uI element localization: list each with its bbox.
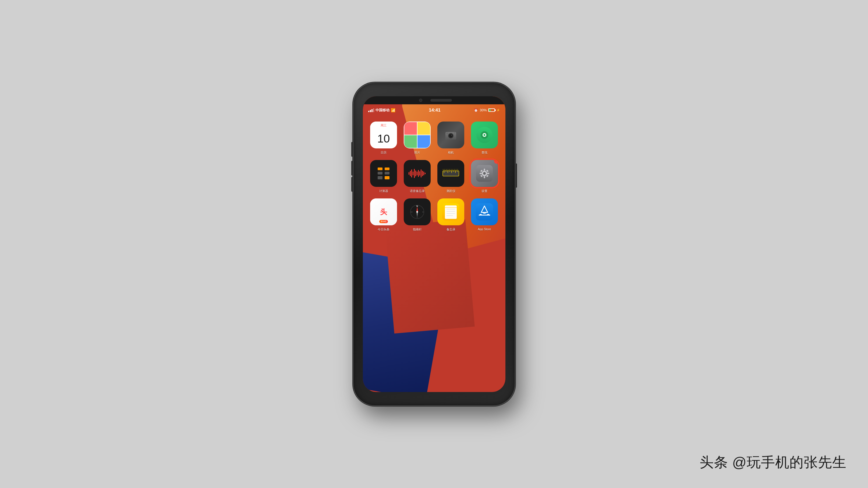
app-label-measure: 测距仪 [446, 189, 455, 193]
camera-svg-icon [444, 128, 458, 142]
app-label-toutiao: 今日头条 [378, 227, 390, 231]
calculator-svg-icon [375, 165, 392, 182]
svg-rect-18 [385, 176, 390, 179]
app-item-toutiao[interactable]: 头 分10亿 今日头条 [368, 198, 399, 231]
measure-svg-icon [441, 165, 460, 182]
svg-point-11 [484, 134, 486, 136]
app-icon-find[interactable] [471, 122, 498, 149]
app-item-voice-memos[interactable]: 语音备忘录 [402, 160, 433, 193]
app-item-measure[interactable]: 测距仪 [435, 160, 466, 193]
appstore-svg-icon [476, 203, 493, 221]
svg-rect-13 [378, 167, 382, 170]
svg-rect-30 [422, 171, 423, 176]
settings-badge: 1 [494, 160, 498, 164]
app-item-photos[interactable]: 照片 [402, 122, 433, 155]
svg-point-5 [451, 135, 452, 135]
carrier-label: 中国移动 [375, 108, 390, 113]
status-bar: 中国移动 📶 14:41 ⏰ 30% ⚡ [363, 104, 505, 116]
battery-fill [489, 109, 491, 111]
toutiao-sub-badge: 分10亿 [379, 220, 388, 223]
app-icon-calendar[interactable]: 周三 10 [370, 122, 397, 149]
svg-rect-21 [410, 171, 411, 176]
svg-rect-49 [484, 176, 485, 178]
svg-rect-25 [415, 170, 416, 176]
svg-rect-23 [413, 171, 413, 175]
settings-svg-icon [476, 165, 493, 182]
app-icon-voice-memos[interactable] [404, 160, 431, 187]
cal-header: 周三 [370, 122, 397, 129]
app-item-camera[interactable]: 相机 [435, 122, 466, 155]
svg-rect-27 [418, 170, 419, 177]
app-item-compass[interactable]: N S W E 指南针 [402, 198, 433, 231]
svg-rect-6 [446, 133, 448, 134]
app-label-voice-memos: 语音备忘录 [410, 189, 425, 193]
app-label-compass: 指南针 [413, 227, 422, 231]
app-item-appstore[interactable]: App Store [469, 198, 500, 231]
svg-rect-14 [385, 167, 390, 170]
time-display: 14:41 [429, 107, 440, 113]
camera-dot [419, 99, 422, 102]
alarm-icon: ⏰ [474, 108, 478, 112]
svg-text:E: E [422, 211, 424, 213]
app-item-calculator[interactable]: 计算器 [368, 160, 399, 193]
svg-rect-22 [411, 169, 412, 177]
app-label-appstore: App Store [478, 227, 491, 231]
app-label-notes: 备忘录 [446, 227, 455, 231]
cal-date: 10 [377, 129, 390, 149]
wifi-icon: 📶 [391, 108, 395, 112]
app-icon-notes[interactable] [437, 198, 464, 225]
svg-rect-51 [487, 173, 489, 174]
svg-point-47 [483, 172, 486, 175]
battery-icon [488, 108, 495, 112]
app-label-find: 查找 [482, 151, 487, 155]
svg-rect-28 [419, 171, 420, 175]
app-icon-appstore[interactable] [471, 198, 498, 225]
svg-rect-31 [423, 171, 424, 175]
svg-rect-50 [479, 173, 482, 174]
battery-percent: 30% [479, 108, 487, 112]
svg-rect-16 [385, 172, 390, 174]
app-icon-camera[interactable] [437, 122, 464, 149]
phone-screen: 中国移动 📶 14:41 ⏰ 30% ⚡ 周三 [363, 96, 505, 392]
svg-point-7 [454, 132, 455, 133]
compass-svg-icon: N S W E [408, 202, 427, 221]
watermark: 头条 @玩手机的张先生 [700, 453, 846, 472]
status-left: 中国移动 📶 [368, 108, 395, 113]
app-item-find[interactable]: 查找 [469, 122, 500, 155]
app-icon-settings[interactable]: 1 [471, 160, 498, 187]
app-grid: 周三 10 日历 照片 [363, 116, 505, 231]
svg-rect-34 [443, 171, 459, 176]
status-right: ⏰ 30% ⚡ [474, 108, 500, 112]
app-icon-photos[interactable] [404, 122, 431, 149]
ios-screen: 中国移动 📶 14:41 ⏰ 30% ⚡ 周三 [363, 96, 505, 392]
voice-svg-icon [408, 167, 427, 180]
app-label-camera: 相机 [448, 151, 454, 155]
phone-body: 中国移动 📶 14:41 ⏰ 30% ⚡ 周三 [353, 83, 515, 405]
svg-rect-26 [417, 171, 417, 175]
notes-svg-icon [442, 203, 459, 221]
svg-rect-17 [378, 176, 382, 179]
svg-rect-32 [425, 173, 426, 174]
svg-rect-29 [421, 169, 422, 177]
svg-rect-48 [484, 169, 485, 171]
app-icon-measure[interactable] [437, 160, 464, 187]
app-item-notes[interactable]: 备忘录 [435, 198, 466, 231]
app-icon-calculator[interactable] [370, 160, 397, 187]
app-label-calculator: 计算器 [379, 189, 388, 193]
svg-rect-24 [414, 169, 415, 178]
svg-rect-20 [409, 172, 409, 175]
svg-rect-15 [378, 172, 382, 174]
app-icon-compass[interactable]: N S W E [404, 198, 431, 225]
app-label-calendar: 日历 [381, 151, 386, 155]
find-svg-icon [476, 127, 493, 143]
app-item-settings[interactable]: 1 [469, 160, 500, 193]
app-icon-toutiao[interactable]: 头 分10亿 [370, 198, 397, 225]
app-item-calendar[interactable]: 周三 10 日历 [368, 122, 399, 155]
bolt-icon: ⚡ [497, 109, 500, 111]
app-label-settings: 设置 [482, 189, 487, 193]
phone-top-bar [363, 96, 505, 104]
svg-point-64 [416, 211, 418, 213]
app-label-photos: 照片 [414, 151, 420, 155]
signal-icon [368, 108, 374, 112]
speaker [430, 99, 452, 102]
